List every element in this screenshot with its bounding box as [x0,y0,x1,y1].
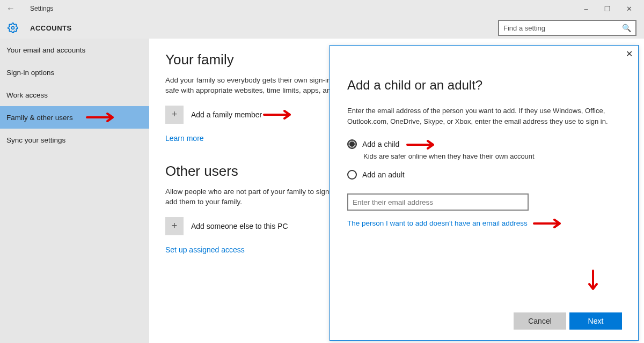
radio-label: Add an adult [362,170,405,179]
learn-more-link[interactable]: Learn more [165,134,204,143]
back-button[interactable]: ← [4,4,17,13]
plus-icon: + [165,106,184,124]
annotation-arrow-icon [533,218,565,229]
sidebar-item-label: Sync your settings [6,136,65,144]
annotation-arrow-icon [86,112,118,123]
dialog-title: Add a child or an adult? [347,78,621,93]
radio-icon [347,139,357,149]
no-email-link[interactable]: The person I want to add doesn't have an… [347,219,528,227]
add-person-dialog: ✕ Add a child or an adult? Enter the ema… [330,45,639,341]
page-title: ACCOUNTS [30,24,72,32]
radio-add-child[interactable]: Add a child [347,139,621,149]
radio-icon [347,170,357,180]
assigned-access-link[interactable]: Set up assigned access [165,245,245,254]
radio-label: Add a child [362,140,399,148]
next-button[interactable]: Next [569,312,622,330]
email-input[interactable] [347,193,529,211]
sidebar-item-label: Your email and accounts [6,46,85,54]
sidebar-item-sync-settings[interactable]: Sync your settings [0,129,149,151]
header-bar: ACCOUNTS 🔍 [0,17,644,39]
add-other-label: Add someone else to this PC [191,222,288,230]
sidebar-item-label: Family & other users [6,114,73,122]
radio-add-adult[interactable]: Add an adult [347,170,621,180]
plus-icon: + [165,217,184,235]
sidebar-item-label: Sign-in options [6,69,54,77]
sidebar-item-family-users[interactable]: Family & other users [0,106,149,129]
sidebar-item-signin-options[interactable]: Sign-in options [0,61,149,84]
dialog-desc: Enter the email address of the person yo… [347,106,621,126]
cancel-button[interactable]: Cancel [514,312,566,330]
sidebar-item-label: Work access [6,91,48,99]
sidebar-item-email-accounts[interactable]: Your email and accounts [0,39,149,61]
search-input[interactable] [503,24,622,32]
gear-icon [8,23,18,33]
sidebar: Your email and accounts Sign-in options … [0,39,149,343]
maximize-button[interactable]: ❐ [597,5,618,13]
search-icon: 🔍 [622,24,631,32]
annotation-arrow-down-icon [587,270,599,293]
window-titlebar: ← Settings – ❐ ✕ [0,0,644,17]
window-title: Settings [30,5,53,12]
add-family-label: Add a family member [191,110,262,119]
close-window-button[interactable]: ✕ [618,5,640,13]
minimize-button[interactable]: – [575,5,597,13]
annotation-arrow-icon [406,139,438,150]
sidebar-item-work-access[interactable]: Work access [0,84,149,106]
radio-child-subtext: Kids are safer online when they have the… [363,152,621,160]
svg-point-0 [12,27,14,29]
search-box[interactable]: 🔍 [498,20,636,36]
annotation-arrow-icon [263,109,295,120]
